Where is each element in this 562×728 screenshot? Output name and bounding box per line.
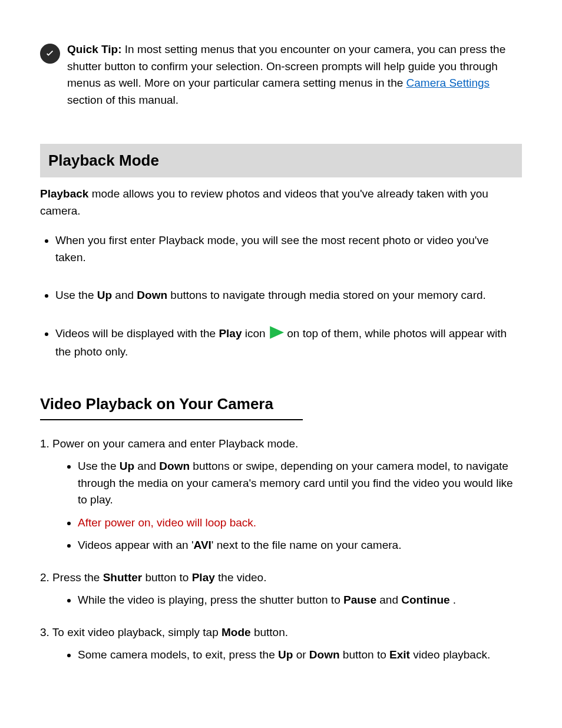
s3-c: button. <box>251 626 288 638</box>
s1c-avi: AVI <box>194 539 211 551</box>
step-1b: After power on, video will loop back. <box>78 515 522 532</box>
b2-down: Down <box>137 289 167 301</box>
camera-settings-link[interactable]: Camera Settings <box>406 77 490 89</box>
s1b-text: After power on, video will loop back. <box>78 516 256 529</box>
step-2: 2. Press the Shutter button to Play the … <box>40 569 522 609</box>
s1c-1: Videos appear with an ' <box>78 539 194 551</box>
tip-body-2: section of this manual. <box>67 94 178 106</box>
b3-a: Videos will be displayed with the <box>55 327 219 340</box>
step-2a: While the video is playing, press the sh… <box>78 592 522 609</box>
step-1: 1. Power on your camera and enter Playba… <box>40 436 522 554</box>
s2f-3: and <box>376 594 401 606</box>
play-icon <box>269 326 284 344</box>
tip-label: Quick Tip: <box>67 43 122 55</box>
s2f-5: . <box>450 594 457 606</box>
s2-shutter: Shutter <box>103 571 143 584</box>
s3d-down: Down <box>309 648 340 661</box>
s3d-5: button to <box>340 648 390 661</box>
playback-bullets: When you first enter Playback mode, you … <box>44 232 522 361</box>
bullet-1-text: When you first enter Playback mode, you … <box>55 234 489 263</box>
s1a-3: and <box>134 460 159 472</box>
video-playback-heading: Video Playback on Your Camera <box>40 393 303 420</box>
b2-a: Use the <box>55 289 97 301</box>
bullet-1: When you first enter Playback mode, you … <box>55 232 522 266</box>
step-1-sublist: Use the Up and Down buttons or swipe, de… <box>66 458 522 554</box>
s1a-1: Use the <box>78 460 120 472</box>
step-1a: Use the Up and Down buttons or swipe, de… <box>78 458 522 509</box>
s2-c: button to <box>142 571 192 584</box>
s3d-3: or <box>293 648 309 661</box>
s1a-down: Down <box>159 460 190 472</box>
s3d-up: Up <box>278 648 293 661</box>
s2f-continue: Continue <box>401 594 449 606</box>
bullet-3: Videos will be displayed with the Play i… <box>55 325 522 361</box>
intro-rest: mode allows you to review photos and vid… <box>40 187 488 217</box>
step-3: 3. To exit video playback, simply tap Mo… <box>40 624 522 664</box>
b2-c: and <box>112 289 137 301</box>
step-1c: Videos appear with an 'AVI' next to the … <box>78 537 522 554</box>
b2-up: Up <box>97 289 112 301</box>
s1a-up: Up <box>120 460 134 472</box>
intro-paragraph: Playback mode allows you to review photo… <box>40 186 522 219</box>
step-2-sublist: While the video is playing, press the sh… <box>66 592 522 609</box>
page-content: Quick Tip: In most setting menus that yo… <box>0 0 562 705</box>
b3-c: icon <box>242 327 269 340</box>
quick-tip-block: Quick Tip: In most setting menus that yo… <box>40 41 522 108</box>
s2f-pause: Pause <box>343 594 376 606</box>
checkmark-icon <box>40 44 60 64</box>
s1c-3: ' next to the file name on your camera. <box>211 539 402 551</box>
s3-a: 3. To exit video playback, simply tap <box>40 626 222 638</box>
s2-e: the video. <box>215 571 267 584</box>
s3d-7: video playback. <box>410 648 490 661</box>
step-3-sublist: Some camera models, to exit, press the U… <box>66 647 522 664</box>
s3-mode: Mode <box>222 626 251 638</box>
b2-e: buttons to navigate through media stored… <box>167 289 486 301</box>
s2-a: 2. Press the <box>40 571 103 584</box>
s2-play: Play <box>192 571 215 584</box>
step-1-text: 1. Power on your camera and enter Playba… <box>40 437 298 450</box>
b3-play-word: Play <box>219 327 242 340</box>
intro-playback-word: Playback <box>40 187 92 200</box>
s3d-1: Some camera models, to exit, press the <box>78 648 278 661</box>
s3d-exit: Exit <box>389 648 410 661</box>
section-heading-playback-mode: Playback Mode <box>40 144 522 177</box>
bullet-2: Use the Up and Down buttons to navigate … <box>55 287 522 304</box>
s2f-1: While the video is playing, press the sh… <box>78 594 343 606</box>
step-3a: Some camera models, to exit, press the U… <box>78 647 522 664</box>
